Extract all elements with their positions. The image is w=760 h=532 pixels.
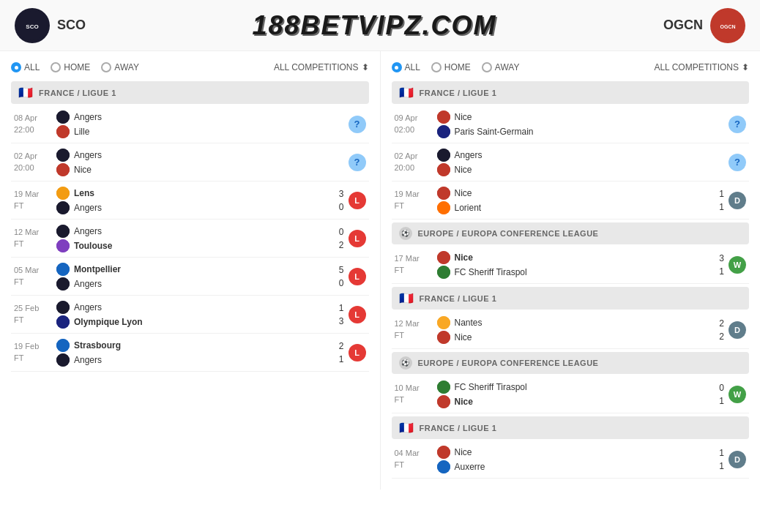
home-team-name: Angers [74, 150, 102, 160]
home-team-name: Nice [455, 447, 472, 457]
table-row: 17 MarFT Nice FC Sheriff Tiraspol 3 1 [392, 246, 750, 284]
match-teams: FC Sheriff Tiraspol Nice [433, 381, 710, 408]
match-teams: Strasbourg Angers [52, 339, 329, 367]
club-icon [437, 381, 450, 394]
left-home-radio[interactable]: HOME [51, 62, 90, 72]
right-euro-name-1: EUROPE / EUROPA CONFERENCE LEAGUE [418, 229, 599, 238]
svg-point-17 [56, 353, 70, 367]
match-date: 12 MarFT [14, 227, 52, 250]
right-away-label: AWAY [495, 62, 520, 72]
home-team-name: Strasbourg [74, 340, 121, 351]
match-teams: Nice Auxerre [433, 446, 710, 473]
table-row: 04 MarFT Nice Auxerre 1 1 [392, 441, 750, 479]
svg-point-23 [437, 201, 450, 214]
result-badge: W [729, 386, 746, 403]
right-euro-name-2: EUROPE / EUROPA CONFERENCE LEAGUE [418, 359, 599, 367]
match-teams: Montpellier Angers [52, 263, 329, 291]
score-col: 1 1 [709, 448, 724, 471]
svg-point-26 [437, 316, 450, 329]
match-teams: Angers Nice [433, 149, 729, 176]
match-teams: Angers Olympique Lyon [52, 301, 329, 329]
club-icon [56, 149, 70, 162]
match-date: 25 FebFT [14, 303, 52, 326]
club-icon [56, 201, 70, 214]
match-teams: Nice Paris Saint-Germain [433, 110, 729, 138]
result-badge: D [729, 192, 746, 209]
club-icon [56, 163, 70, 176]
result-badge: ? [349, 116, 366, 133]
right-all-radio[interactable]: ALL [392, 62, 420, 72]
left-competitions-btn[interactable]: ALL COMPETITIONS ⬍ [274, 62, 369, 72]
result-badge: D [729, 321, 746, 339]
svg-text:OGCN: OGCN [720, 24, 736, 29]
score-col: 1 1 [709, 189, 724, 212]
svg-point-18 [437, 110, 450, 124]
club-icon [56, 110, 70, 124]
svg-point-10 [56, 225, 70, 238]
svg-point-4 [56, 110, 70, 124]
score-col: 2 1 [329, 341, 344, 364]
away-team-name: Lorient [455, 203, 482, 213]
home-team-name: FC Sheriff Tiraspol [455, 382, 527, 392]
table-row: 12 MarFT Nantes Nice 2 2 [392, 311, 750, 349]
svg-point-22 [437, 187, 450, 200]
left-team: SCO SCO [15, 8, 86, 43]
radio-home-icon-r [431, 62, 442, 72]
home-team-name: Angers [455, 150, 483, 160]
score-col: 3 0 [329, 189, 344, 212]
right-away-radio[interactable]: AWAY [482, 62, 520, 72]
away-team-name: Nice [455, 397, 473, 407]
right-league-header-3: 🇫🇷 FRANCE / LIGUE 1 [392, 416, 750, 439]
right-team: OGCN OGCN [663, 8, 745, 43]
right-league-name-1: FRANCE / LIGUE 1 [420, 89, 497, 97]
match-date: 19 MarFT [395, 189, 433, 211]
right-competitions-btn[interactable]: ALL COMPETITIONS ⬍ [654, 62, 749, 72]
away-team-name: Angers [74, 203, 102, 213]
france-flag-icon-r3: 🇫🇷 [399, 421, 414, 435]
left-away-radio[interactable]: AWAY [101, 62, 139, 72]
club-icon [56, 315, 70, 329]
result-badge: L [349, 268, 366, 285]
right-league-name-2: FRANCE / LIGUE 1 [420, 294, 497, 303]
away-team-name: Nice [455, 332, 472, 342]
svg-point-15 [56, 315, 70, 329]
left-panel: ALL HOME AWAY ALL COMPETITIONS ⬍ 🇫🇷 FRAN… [0, 51, 381, 490]
match-date: 19 FebFT [14, 341, 52, 364]
match-date: 05 MarFT [14, 265, 52, 288]
left-league-name-1: FRANCE / LIGUE 1 [39, 89, 116, 97]
club-icon [56, 277, 70, 291]
score-col: 0 1 [709, 383, 724, 406]
radio-all-icon [11, 62, 21, 72]
away-team-name: Nice [74, 165, 92, 175]
svg-point-31 [437, 460, 450, 473]
home-team-name: Nice [455, 112, 472, 122]
svg-point-28 [437, 381, 450, 394]
main-content: ALL HOME AWAY ALL COMPETITIONS ⬍ 🇫🇷 FRAN… [0, 51, 760, 490]
right-league-name-3: FRANCE / LIGUE 1 [420, 424, 497, 432]
match-teams: Lens Angers [52, 187, 329, 214]
right-home-radio[interactable]: HOME [431, 62, 471, 72]
match-date: 02 Apr20:00 [395, 151, 433, 173]
table-row: 19 MarFT Lens Angers 3 0 [11, 181, 369, 220]
radio-away-icon-r [482, 62, 492, 72]
radio-home-icon [51, 62, 61, 72]
result-badge: L [349, 230, 366, 247]
left-league-header-1: 🇫🇷 FRANCE / LIGUE 1 [11, 81, 369, 104]
svg-point-6 [56, 149, 70, 162]
home-team-name: Lens [74, 188, 94, 198]
club-icon [56, 301, 70, 314]
match-date: 10 MarFT [395, 383, 433, 405]
home-team-name: Nice [455, 252, 473, 263]
radio-all-icon-r [392, 62, 402, 72]
svg-point-12 [56, 263, 70, 276]
svg-point-29 [437, 395, 450, 408]
result-badge: L [349, 306, 366, 323]
club-icon [56, 187, 70, 200]
left-all-radio[interactable]: ALL [11, 62, 40, 72]
club-icon [56, 353, 70, 367]
match-date: 09 Apr02:00 [395, 113, 433, 135]
svg-point-8 [56, 187, 70, 200]
away-team-name: Paris Saint-Germain [455, 127, 534, 137]
right-filter-bar: ALL HOME AWAY ALL COMPETITIONS ⬍ [392, 62, 750, 72]
result-badge: L [349, 344, 366, 361]
